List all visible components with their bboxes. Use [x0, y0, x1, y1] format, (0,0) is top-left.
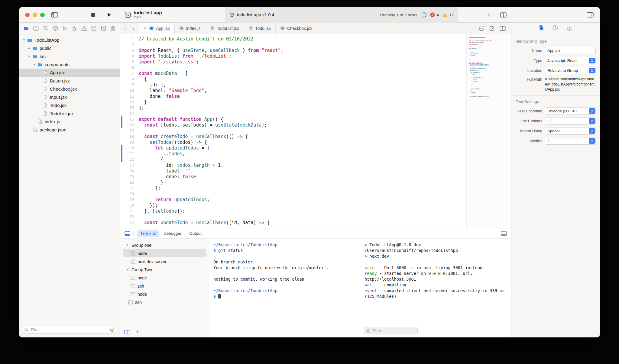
tab-todo-jsx[interactable]: Todo.jsx — [244, 23, 276, 34]
code-lines[interactable]: 1// Created by Austin Condiff on 02/16/2… — [120, 34, 466, 228]
filter-circle-icon[interactable] — [110, 327, 115, 332]
code-line[interactable]: 4import TodoList from "./TodoList"; — [120, 53, 466, 59]
tree-file-checkbox-jsx[interactable]: Checkbox.jsx — [19, 85, 120, 93]
error-badge[interactable]: 4 — [430, 12, 439, 17]
code-line[interactable]: 33 const updateTodo = useCallback((id, d… — [120, 220, 466, 225]
tree-file-todo-jsx[interactable]: Todo.jsx — [19, 101, 120, 109]
popup-button[interactable]: Relative to Group — [545, 67, 596, 74]
line-number[interactable]: 32 — [122, 214, 134, 219]
run-button[interactable] — [107, 7, 112, 23]
reports-icon[interactable] — [91, 26, 96, 31]
terminal-session-node[interactable]: node — [123, 290, 206, 298]
code-line[interactable]: 15export default function App() { — [120, 116, 466, 122]
popup-button[interactable]: LF — [545, 117, 596, 125]
line-number[interactable]: 27 — [122, 186, 134, 190]
code-line[interactable]: 22 { — [120, 156, 466, 162]
line-number[interactable]: 26 — [122, 180, 134, 185]
line-number[interactable]: 2 — [122, 42, 134, 47]
back-icon[interactable]: ‹ — [124, 25, 126, 31]
remove-terminal-button[interactable]: − — [144, 329, 148, 335]
line-number[interactable]: 19 — [122, 140, 134, 144]
stop-button[interactable] — [91, 7, 96, 23]
code-line[interactable]: 21 ...todos, — [120, 151, 466, 156]
code-line[interactable]: 28 — [120, 191, 466, 197]
code-line[interactable]: 32 — [120, 214, 466, 220]
panel-tab-debugger[interactable]: Debugger — [160, 230, 185, 237]
add-button[interactable] — [486, 7, 491, 23]
terminal-session-next-dev-server[interactable]: next dev server — [123, 257, 206, 266]
tree-file-index-js[interactable]: index.js — [19, 118, 120, 126]
terminal-group-group-one[interactable]: ▾Group one — [123, 241, 206, 249]
bug-icon[interactable] — [72, 26, 77, 31]
popup-button[interactable]: Javascript: React — [545, 57, 596, 64]
forward-icon[interactable]: › — [132, 25, 134, 31]
source-editor-icon[interactable] — [33, 26, 39, 31]
stepper-field[interactable]: 2 — [545, 137, 596, 145]
sidebar-filter-input[interactable] — [30, 327, 108, 332]
code-editor[interactable]: 1// Created by Austin Condiff on 02/16/2… — [120, 34, 511, 228]
stepper-arrows-icon[interactable] — [589, 138, 595, 144]
line-number[interactable]: 11 — [122, 94, 134, 98]
code-line[interactable]: 3import React, { useState, useCallback }… — [120, 47, 466, 53]
code-line[interactable]: 14 — [120, 111, 466, 116]
line-number[interactable]: 16 — [122, 123, 134, 127]
panel-tab-terminal[interactable]: Terminal — [137, 230, 159, 237]
tab-index-js[interactable]: index.js — [175, 23, 205, 34]
packages-icon[interactable] — [53, 26, 58, 31]
popup-chevrons-icon[interactable] — [589, 118, 595, 124]
help-inspector-icon[interactable]: ? — [567, 26, 572, 31]
tree-folder-todolistapp[interactable]: ▾TodoListApp — [19, 36, 120, 44]
code-line[interactable]: 8 { — [120, 76, 466, 82]
code-line[interactable]: 30 }); — [120, 202, 466, 208]
line-number[interactable]: 5 — [122, 60, 134, 64]
terminal-filter-input[interactable] — [372, 328, 415, 333]
terminal-output-left[interactable]: ~/Repositories/TodoListApp$ git status O… — [209, 239, 360, 337]
more-options-icon[interactable] — [479, 25, 485, 31]
line-number[interactable]: 13 — [122, 105, 134, 110]
code-line[interactable]: 1// Created by Austin Condiff on 02/16/2… — [120, 36, 466, 42]
tree-folder-components[interactable]: ▾components — [19, 60, 120, 69]
line-number[interactable]: 28 — [122, 192, 134, 196]
line-number[interactable]: 4 — [122, 54, 134, 58]
code-line[interactable]: 23 id: todos.length + 1, — [120, 162, 466, 168]
code-line[interactable]: 31 }, [setTodos]); — [120, 208, 466, 214]
line-number[interactable]: 22 — [122, 157, 134, 162]
code-line[interactable]: 29 return updatedTodos; — [120, 197, 466, 202]
line-number[interactable]: 15 — [122, 117, 134, 121]
code-line[interactable]: 24 label: "", — [120, 168, 466, 174]
tab-checkbox-jsx[interactable]: Checkbox.jsx — [276, 23, 317, 34]
code-line[interactable]: 9 id: 1, — [120, 82, 466, 88]
line-number[interactable]: 17 — [122, 128, 134, 133]
code-line[interactable]: 10 label: "Sample Todo", — [120, 88, 466, 93]
toggle-right-sidebar-icon[interactable] — [587, 7, 594, 23]
sidebar-filter[interactable] — [22, 326, 117, 334]
terminal-session-node[interactable]: node — [123, 249, 206, 257]
code-line[interactable]: 27 ]; — [120, 185, 466, 191]
chevron-down-icon[interactable]: ▾ — [21, 38, 27, 42]
terminal-group-group-two[interactable]: ▾Group Two — [123, 266, 206, 274]
line-number[interactable]: 3 — [122, 48, 134, 53]
code-line[interactable]: 11 done: false — [120, 93, 466, 99]
project-navigator-icon[interactable] — [24, 26, 29, 31]
close-window-button[interactable] — [25, 13, 30, 17]
line-number[interactable]: 1 — [122, 37, 134, 41]
split-terminal-icon[interactable] — [124, 330, 130, 334]
run-icon[interactable] — [62, 26, 67, 31]
toggle-left-sidebar-icon[interactable] — [51, 7, 58, 23]
extensions-icon[interactable] — [110, 26, 115, 31]
tree-file-app-jsx[interactable]: App.jsx — [19, 69, 120, 77]
line-number[interactable]: 12 — [122, 100, 134, 104]
line-number[interactable]: 9 — [122, 82, 134, 87]
chevron-down-icon[interactable]: ▾ — [125, 268, 129, 272]
tree-file-todolist-jsx[interactable]: TodoList.jsx — [19, 109, 120, 118]
line-number[interactable]: 8 — [122, 77, 134, 81]
line-number[interactable]: 18 — [122, 134, 134, 139]
line-number[interactable]: 25 — [122, 174, 134, 179]
minimize-window-button[interactable] — [33, 13, 37, 17]
split-columns-icon[interactable] — [500, 26, 506, 31]
code-line[interactable]: 13]; — [120, 105, 466, 111]
line-number[interactable]: 21 — [122, 151, 134, 156]
issues-icon[interactable] — [81, 26, 87, 31]
code-line[interactable]: 16 const [todos, setTodos] = useState(mo… — [120, 122, 466, 128]
tab-app-jsx[interactable]: ✕App.jsx — [139, 23, 175, 34]
